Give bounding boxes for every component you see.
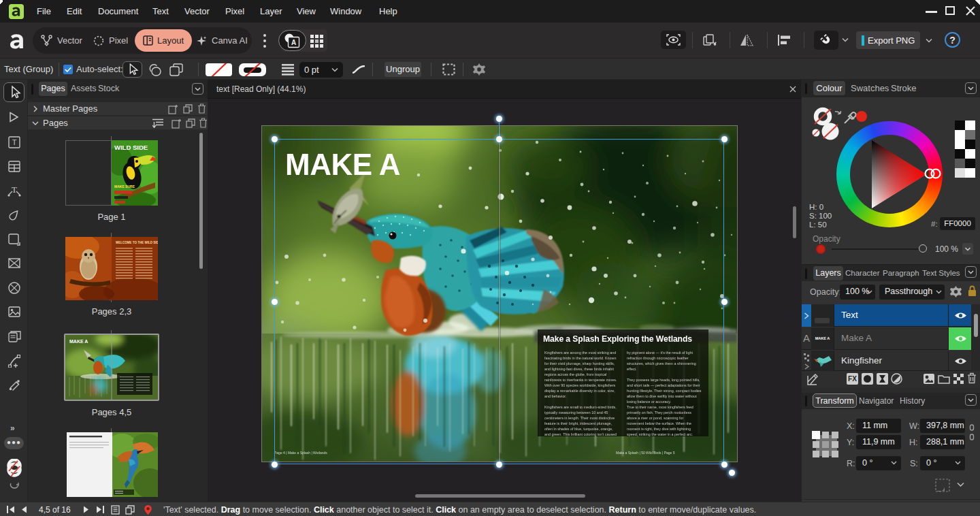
svg-text:MAKE A: MAKE A (69, 339, 88, 344)
svg-text:T: T (12, 138, 17, 146)
svg-text:WILD SIDE: WILD SIDE (114, 144, 148, 151)
svg-text:T: T (12, 184, 17, 195)
svg-text:MAKE SURE: MAKE SURE (114, 184, 135, 189)
svg-text:WELCOME TO THE WILD SIDE: WELCOME TO THE WILD SIDE (116, 241, 158, 244)
svg-text:A: A (291, 39, 296, 46)
